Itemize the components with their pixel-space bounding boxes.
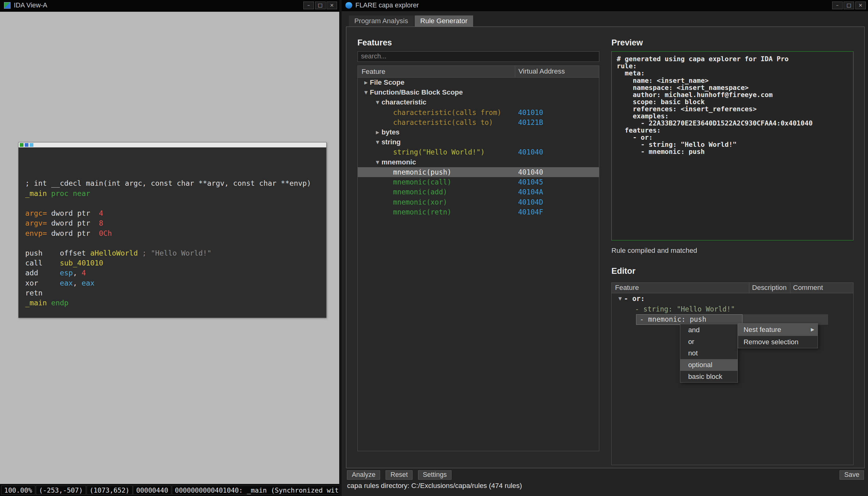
close-button[interactable]: × [855, 2, 866, 9]
code-token: push offset [25, 249, 90, 257]
feature-label-cell: string("Hello World!") [358, 148, 515, 156]
ida-window-controls: –□× [303, 2, 337, 9]
feature-text: Function/Basic Block Scope [370, 88, 463, 96]
submenu-item-nest-feature[interactable]: Nest feature▶ [738, 324, 818, 336]
editor-header: Feature Description Comment [612, 283, 853, 293]
feature-label-cell: mnemonic(call) [358, 178, 515, 186]
virtual-address: 401045 [515, 178, 599, 186]
ida-code-line: call sub_401010 [25, 258, 326, 268]
feature-row[interactable]: mnemonic(add)40104A [358, 187, 599, 197]
ida-titlebar[interactable]: IDA View-A –□× [0, 0, 339, 11]
code-token: retn [25, 289, 43, 297]
menu-item-not[interactable]: not [680, 347, 737, 359]
code-token: , [73, 268, 82, 277]
feature-text: string("Hello World!") [393, 148, 485, 156]
ida-code-line: _main endp [25, 298, 326, 308]
feature-row[interactable]: mnemonic(retn)40104F [358, 207, 599, 217]
context-menu: andornotoptionalbasic block [680, 324, 737, 383]
editor-feature-text: - string: "Hello World!" [635, 305, 735, 313]
feature-row[interactable]: ▼characteristic [358, 97, 599, 107]
close-button[interactable]: × [326, 2, 337, 9]
chevron-down-icon[interactable]: ▼ [374, 160, 382, 165]
feature-row[interactable]: ▶bytes [358, 127, 599, 137]
feature-row[interactable]: mnemonic(push)401040 [358, 167, 599, 177]
feature-row[interactable]: ▼string [358, 137, 599, 147]
capa-titlebar[interactable]: FLARE capa explorer –□× [342, 0, 868, 11]
tab-bar: Program AnalysisRule Generator [349, 15, 474, 27]
chevron-right-icon[interactable]: ▶ [374, 130, 382, 135]
code-token: dword ptr [47, 229, 99, 237]
feature-label-cell: ▶bytes [358, 128, 515, 136]
ida-code-line: argc= dword ptr 4 [25, 208, 326, 218]
reset-button[interactable]: Reset [385, 470, 412, 480]
tab-program-analysis[interactable]: Program Analysis [349, 15, 414, 27]
analyze-button[interactable]: Analyze [347, 470, 380, 480]
chevron-down-icon[interactable]: ▼ [374, 100, 382, 105]
menu-item-basic-block[interactable]: basic block [680, 371, 737, 383]
editor-row[interactable]: ▼- or: [612, 293, 853, 304]
feature-row[interactable]: mnemonic(xor)40104D [358, 197, 599, 207]
feature-row[interactable]: characteristic(calls to)40121B [358, 118, 599, 127]
ida-window: IDA View-A –□× ; int __cdecl main(int ar… [0, 0, 339, 496]
context-submenu: Nest feature▶Remove selection [738, 323, 818, 348]
feature-row[interactable]: string("Hello World!")401040 [358, 147, 599, 157]
save-button[interactable]: Save [840, 470, 864, 480]
code-token: dword ptr [47, 219, 99, 227]
code-token: proc near [47, 189, 90, 198]
submenu-item-remove-selection[interactable]: Remove selection [738, 336, 818, 348]
chevron-down-icon[interactable]: ▼ [362, 90, 370, 95]
column-virtual-address: Virtual Address [515, 66, 599, 77]
maximize-button[interactable]: □ [315, 2, 325, 9]
ida-graph-view[interactable]: ; int __cdecl main(int argc, const char … [0, 12, 339, 484]
preview-heading: Preview [611, 38, 643, 48]
feature-label-cell: ▶File Scope [358, 78, 515, 87]
minimize-button[interactable]: – [303, 2, 314, 9]
column-feature: Feature [612, 284, 749, 292]
search-input[interactable] [357, 51, 599, 62]
ida-graph-node[interactable]: ; int __cdecl main(int argc, const char … [18, 142, 326, 318]
virtual-address: 401040 [515, 168, 599, 176]
feature-label-cell: ▼string [358, 138, 515, 146]
feature-row[interactable]: mnemonic(call)401045 [358, 177, 599, 187]
code-token: 8 [99, 219, 103, 227]
code-token: _main [25, 189, 47, 198]
menu-item-optional[interactable]: optional [680, 359, 737, 371]
code-token: 4 [82, 268, 86, 277]
column-comment: Comment [790, 283, 853, 293]
chevron-right-icon[interactable]: ▶ [362, 80, 370, 85]
virtual-address: 40104F [515, 208, 599, 216]
ida-code-line [25, 198, 326, 208]
menu-item-and[interactable]: and [680, 324, 737, 336]
menu-item-or[interactable]: or [680, 336, 737, 348]
feature-row[interactable]: characteristic(calls from)401010 [358, 107, 599, 117]
feature-text: bytes [382, 128, 399, 136]
feature-text: File Scope [370, 78, 405, 87]
editor-row[interactable]: - string: "Hello World!" [612, 304, 853, 314]
code-token: esp [60, 268, 73, 277]
virtual-address: 40104A [515, 188, 599, 196]
feature-text: string [382, 138, 401, 146]
submenu-arrow-icon: ▶ [811, 324, 814, 336]
minimize-button[interactable]: – [832, 2, 843, 9]
capa-window: FLARE capa explorer –□× Program Analysis… [342, 0, 868, 496]
feature-row[interactable]: ▼mnemonic [358, 157, 599, 167]
graph-node-titlebar [18, 142, 326, 148]
capa-window-controls: –□× [832, 2, 866, 9]
ida-status-segment: 00000440 [133, 485, 171, 495]
selected-feature[interactable]: - mnemonic: push [636, 314, 743, 325]
maximize-button[interactable]: □ [843, 2, 854, 9]
code-token: 0Ch [99, 229, 112, 237]
feature-row[interactable]: ▼Function/Basic Block Scope [358, 88, 599, 97]
feature-text: characteristic(calls from) [393, 108, 501, 117]
virtual-address: 401010 [515, 108, 599, 117]
virtual-address: 40104D [515, 198, 599, 206]
feature-row[interactable]: ▶File Scope [358, 78, 599, 88]
chevron-down-icon[interactable]: ▼ [616, 296, 624, 301]
chevron-down-icon[interactable]: ▼ [374, 140, 382, 145]
code-token: aHelloWorld [90, 249, 138, 257]
feature-label-cell: ▼characteristic [358, 98, 515, 106]
settings-button[interactable]: Settings [418, 470, 452, 480]
code-token: eax [60, 279, 73, 287]
tab-rule-generator[interactable]: Rule Generator [415, 15, 473, 27]
feature-text: mnemonic [382, 158, 416, 166]
